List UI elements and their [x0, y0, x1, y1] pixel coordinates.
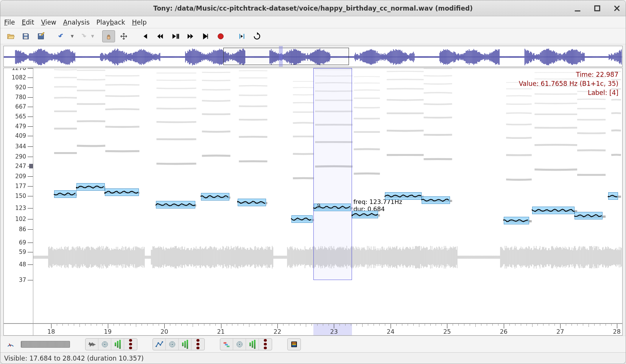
x-tick-label: 22 — [274, 328, 281, 335]
waveform-layer-group — [85, 338, 137, 350]
spectrogram-toggle[interactable] — [98, 339, 111, 350]
layer-leds-2[interactable] — [192, 339, 204, 350]
menu-help[interactable]: Help — [132, 19, 147, 26]
window-title: Tony: /data/Music/cc-pitchtrack-dataset/… — [153, 5, 473, 12]
status-visible: Visible: 17.684 to 28.042 (duration 10.3… — [4, 355, 144, 362]
pitch-curve — [156, 202, 196, 208]
menu-view[interactable]: View — [41, 19, 56, 26]
layer-leds-1[interactable] — [124, 339, 137, 350]
fforward-button[interactable] — [184, 30, 197, 42]
colour-toggle[interactable] — [288, 339, 301, 350]
y-tick-label: 290 — [7, 153, 26, 160]
y-tick-label: 344 — [7, 143, 26, 150]
navigate-tool[interactable] — [102, 30, 115, 42]
y-tick-label: 177 — [7, 183, 26, 190]
overview-pane[interactable] — [3, 46, 623, 67]
pitch-curve — [352, 212, 378, 218]
notes-toggle[interactable] — [220, 339, 233, 350]
main-pane: 1270108292078066756547940934429024720917… — [3, 68, 623, 324]
x-tick-label: 26 — [500, 328, 508, 335]
y-tick-label: 102 — [7, 216, 26, 222]
svg-point-1585 — [104, 344, 106, 345]
x-tick-label: 28 — [613, 328, 621, 335]
y-tick-label: 1082 — [7, 74, 26, 81]
titlebar-controls — [573, 4, 621, 12]
waveform-toggle[interactable] — [86, 339, 98, 350]
menu-edit[interactable]: Edit — [22, 19, 34, 26]
pitch-curve — [422, 197, 450, 203]
y-tick-label: 667 — [7, 103, 26, 110]
close-button[interactable] — [613, 4, 621, 12]
pitch-curve — [201, 194, 229, 200]
spectrogram[interactable]: Time: 22.987 Value: 61.7658 Hz (B1+1c, 3… — [33, 68, 622, 323]
x-tick-label: 19 — [104, 328, 111, 335]
spectrogram-toggle-2[interactable] — [166, 339, 179, 350]
pitch-curve — [54, 191, 77, 197]
open-button[interactable] — [4, 30, 17, 42]
y-tick-label: 86 — [7, 226, 26, 233]
loop-button[interactable] — [251, 30, 263, 42]
save-button[interactable] — [19, 30, 32, 42]
save-as-button[interactable] — [34, 30, 47, 42]
y-tick-label: 150 — [7, 193, 26, 199]
spectrogram-toggle-3[interactable] — [233, 339, 246, 350]
svg-point-1586 — [155, 345, 157, 347]
x-axis[interactable]: 1819202122232425262728 — [3, 324, 623, 336]
layer-levels-2[interactable] — [179, 339, 192, 350]
svg-rect-6 — [178, 34, 179, 39]
play-pause-button[interactable] — [169, 30, 182, 42]
svg-point-1587 — [157, 342, 159, 344]
y-axis[interactable]: 1270108292078066756547940934429024720917… — [4, 68, 33, 323]
menu-analysis[interactable]: Analysis — [63, 19, 90, 26]
layer-leds-3[interactable] — [259, 339, 272, 350]
speed-dial[interactable] — [4, 338, 17, 350]
y-tick-label: 479 — [7, 123, 26, 130]
speed-slider[interactable] — [21, 341, 70, 348]
skip-end-button[interactable] — [199, 30, 212, 42]
selection-freq-label: freq: 123.771Hz dur: 0.684 — [353, 198, 402, 213]
notes-layer-group — [220, 338, 272, 350]
menu-file[interactable]: File — [4, 19, 15, 26]
y-tick-label: 69 — [7, 239, 26, 246]
skip-start-button[interactable] — [139, 30, 151, 42]
titlebar: Tony: /data/Music/cc-pitchtrack-dataset/… — [0, 0, 626, 16]
x-tick-label: 24 — [387, 328, 394, 335]
record-button[interactable] — [214, 30, 227, 42]
rewind-button[interactable] — [154, 30, 167, 42]
svg-rect-1593 — [223, 342, 226, 344]
undo-button[interactable] — [56, 30, 69, 42]
spectrogram-canvas — [33, 68, 622, 281]
pitchtrack-toggle[interactable] — [153, 339, 166, 350]
menu-playback[interactable]: Playback — [97, 19, 125, 26]
pitch-curve — [105, 189, 139, 195]
layer-levels-1[interactable] — [111, 339, 124, 350]
layer-levels-3[interactable] — [246, 339, 259, 350]
svg-rect-1595 — [227, 345, 229, 347]
y-tick-label: 247 — [7, 163, 26, 170]
x-tick-label: 21 — [217, 328, 224, 335]
y-tick-label: 209 — [7, 173, 26, 180]
menubar: File Edit View Analysis Playback Help — [0, 16, 626, 28]
redo-button[interactable] — [76, 30, 89, 42]
undo-dropdown[interactable]: ▼ — [71, 34, 74, 38]
overview-selection[interactable] — [223, 48, 349, 65]
svg-rect-1601 — [292, 344, 296, 345]
svg-point-7 — [218, 33, 224, 39]
overview-cursor[interactable] — [279, 46, 283, 67]
maximize-button[interactable] — [593, 4, 601, 12]
toolbar: ▼ ▼ — [0, 28, 626, 44]
status-bar: Visible: 17.684 to 28.042 (duration 10.3… — [0, 352, 626, 364]
pitch-curve — [532, 207, 575, 213]
y-tick-label: 123 — [7, 205, 26, 212]
redo-dropdown[interactable]: ▼ — [91, 34, 94, 38]
y-tick-label: 780 — [7, 94, 26, 101]
move-tool[interactable] — [117, 30, 130, 42]
y-tick-label: 37 — [7, 277, 26, 283]
pitch-curve — [291, 216, 312, 222]
svg-rect-3 — [24, 36, 27, 39]
svg-rect-0 — [575, 10, 581, 11]
svg-rect-1 — [595, 6, 600, 11]
play-selection-button[interactable] — [235, 30, 248, 42]
x-tick-label: 23 — [330, 328, 338, 335]
minimize-button[interactable] — [573, 4, 582, 12]
